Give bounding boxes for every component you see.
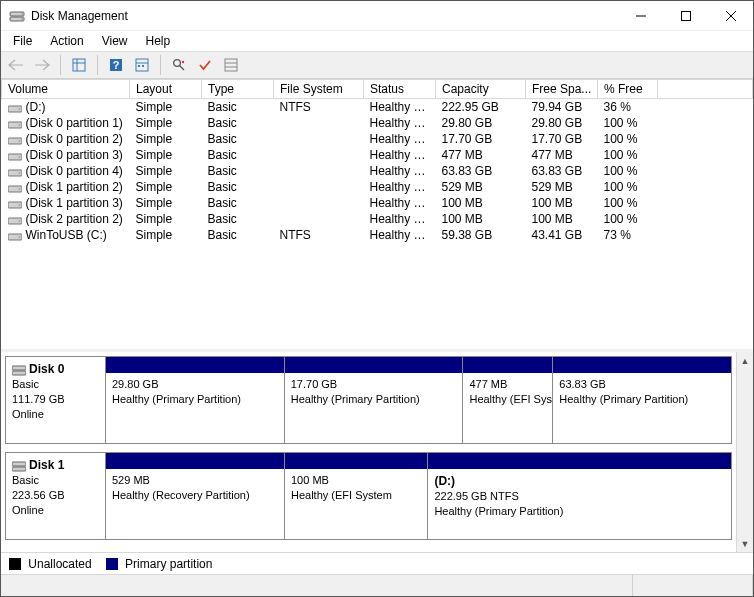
scroll-down-button[interactable]: ▼ [737,535,753,552]
minimize-button[interactable] [618,1,663,30]
volume-layout: Simple [130,131,202,147]
partition[interactable]: 29.80 GBHealthy (Primary Partition) [106,357,285,443]
col-layout[interactable]: Layout [130,80,202,99]
toolbar: ? [1,51,753,79]
partition-body: 100 MBHealthy (EFI System [285,469,427,539]
volume-free: 100 MB [526,195,598,211]
toggle-tree-button[interactable] [68,54,90,76]
volume-free: 79.94 GB [526,99,598,116]
volume-status: Healthy (P... [364,163,436,179]
volume-status: Healthy (E... [364,195,436,211]
partition[interactable]: 529 MBHealthy (Recovery Partition) [106,453,285,539]
svg-rect-42 [12,371,26,375]
close-button[interactable] [708,1,753,30]
partition-status: Healthy (EFI System [291,488,421,503]
table-row[interactable]: (Disk 1 partition 2)SimpleBasicHealthy (… [2,179,753,195]
partition[interactable]: (D:)222.95 GB NTFSHealthy (Primary Parti… [428,453,731,539]
partition-stripe [106,453,284,469]
disk-label: Disk 1 [29,458,64,472]
col-pct[interactable]: % Free [598,80,658,99]
volume-layout: Simple [130,163,202,179]
menu-action[interactable]: Action [42,32,91,50]
list-view-button[interactable] [220,54,242,76]
disk-row[interactable]: Disk 0Basic111.79 GBOnline29.80 GBHealth… [5,356,732,444]
volume-capacity: 17.70 GB [436,131,526,147]
svg-rect-15 [138,65,140,67]
col-volume[interactable]: Volume [2,80,130,99]
partition-title: (D:) [434,473,725,489]
volume-icon [8,215,22,225]
volume-icon [8,183,22,193]
disk-status: Online [12,407,99,422]
col-status[interactable]: Status [364,80,436,99]
table-row[interactable]: (Disk 0 partition 2)SimpleBasicHealthy (… [2,131,753,147]
table-row[interactable]: (D:)SimpleBasicNTFSHealthy (P...222.95 G… [2,99,753,116]
svg-rect-43 [12,462,26,466]
refresh-button[interactable] [168,54,190,76]
help-button[interactable]: ? [105,54,127,76]
table-row[interactable]: (Disk 2 partition 2)SimpleBasicHealthy (… [2,211,753,227]
table-row[interactable]: (Disk 0 partition 3)SimpleBasicHealthy (… [2,147,753,163]
menu-help[interactable]: Help [138,32,179,50]
col-free[interactable]: Free Spa... [526,80,598,99]
partition-size: 529 MB [112,473,278,488]
forward-button[interactable] [31,54,53,76]
col-empty[interactable] [658,80,753,99]
volume-status: Healthy (P... [364,131,436,147]
partition[interactable]: 17.70 GBHealthy (Primary Partition) [285,357,464,443]
svg-rect-41 [12,366,26,370]
volume-type: Basic [202,195,274,211]
volume-layout: Simple [130,179,202,195]
menu-file[interactable]: File [5,32,40,50]
partition-stripe [428,453,731,469]
volume-free: 477 MB [526,147,598,163]
menu-view[interactable]: View [94,32,136,50]
vertical-scrollbar[interactable]: ▲ ▼ [736,352,753,552]
partition[interactable]: 477 MBHealthy (EFI Sys [463,357,553,443]
volume-pct: 100 % [598,147,658,163]
volume-icon [8,135,22,145]
toolbar-separator [97,55,98,75]
svg-line-18 [180,66,185,71]
back-button[interactable] [5,54,27,76]
disk-status: Online [12,503,99,518]
volume-type: Basic [202,179,274,195]
volume-list-pane[interactable]: Volume Layout Type File System Status Ca… [1,79,753,352]
volume-pct: 36 % [598,99,658,116]
volume-layout: Simple [130,195,202,211]
svg-point-34 [18,188,20,190]
disk-size: 111.79 GB [12,392,99,407]
table-row[interactable]: WinToUSB (C:)SimpleBasicNTFSHealthy (B..… [2,227,753,243]
app-icon [9,8,25,24]
disk-map-scroll[interactable]: Disk 0Basic111.79 GBOnline29.80 GBHealth… [1,352,736,552]
volume-capacity: 59.38 GB [436,227,526,243]
volume-capacity: 222.95 GB [436,99,526,116]
volume-type: Basic [202,147,274,163]
disk-type: Basic [12,377,99,392]
volume-icon [8,151,22,161]
partition-stripe [106,357,284,373]
volume-status: Healthy (E... [364,147,436,163]
partition-body: 63.83 GBHealthy (Primary Partition) [553,373,731,443]
settings-button[interactable] [131,54,153,76]
table-row[interactable]: (Disk 0 partition 1)SimpleBasicHealthy (… [2,115,753,131]
apply-button[interactable] [194,54,216,76]
window-title: Disk Management [31,9,128,23]
partition[interactable]: 63.83 GBHealthy (Primary Partition) [553,357,731,443]
volume-fs: NTFS [274,99,364,116]
svg-point-26 [18,124,20,126]
scroll-up-button[interactable]: ▲ [737,352,753,369]
partition-stripe [285,357,463,373]
partition[interactable]: 100 MBHealthy (EFI System [285,453,428,539]
col-fs[interactable]: File System [274,80,364,99]
col-type[interactable]: Type [202,80,274,99]
table-row[interactable]: (Disk 1 partition 3)SimpleBasicHealthy (… [2,195,753,211]
volume-free: 529 MB [526,179,598,195]
col-capacity[interactable]: Capacity [436,80,526,99]
table-row[interactable]: (Disk 0 partition 4)SimpleBasicHealthy (… [2,163,753,179]
svg-rect-16 [142,65,144,67]
volume-type: Basic [202,163,274,179]
maximize-button[interactable] [663,1,708,30]
svg-text:?: ? [113,59,120,71]
disk-row[interactable]: Disk 1Basic223.56 GBOnline529 MBHealthy … [5,452,732,540]
